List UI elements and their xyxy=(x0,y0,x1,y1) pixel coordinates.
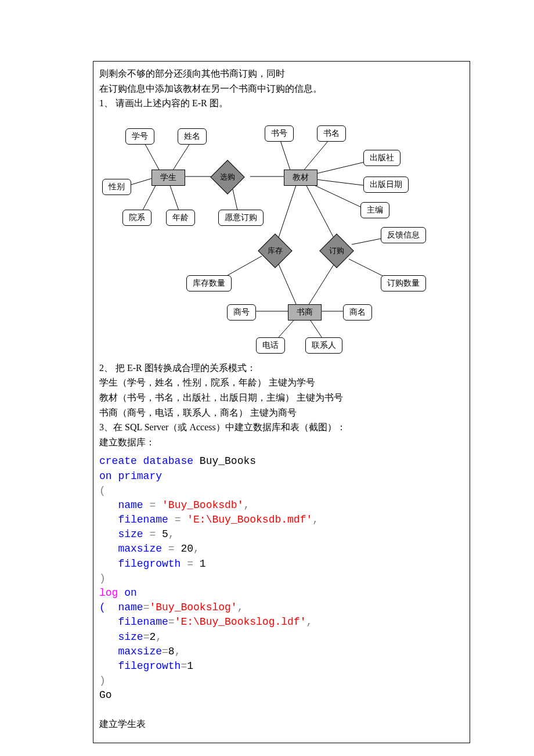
attr-supname: 商名 xyxy=(343,304,372,321)
q2-line-3: 书商（商号，电话，联系人，商名） 主键为商号 xyxy=(99,405,464,420)
question-2-title: 2、 把 E-R 图转换成合理的关系模式： xyxy=(99,361,464,376)
kw-maxsize-2: maxsize xyxy=(99,646,162,657)
kw-on: on xyxy=(99,470,112,482)
kw-filename-1: filename xyxy=(99,514,175,525)
attr-orderqty: 订购数量 xyxy=(381,275,426,291)
q3-subtitle: 建立数据库： xyxy=(99,435,464,450)
content-box: 则剩余不够的部分还须向其他书商订购，同时 在订购信息中添加该教材在另一个书商中订… xyxy=(93,61,470,743)
attr-sname: 姓名 xyxy=(178,128,207,145)
rel-order: 订购 xyxy=(324,239,349,263)
kw-size-1: size xyxy=(99,528,149,540)
entity-supplier: 书商 xyxy=(288,304,322,321)
intro-line-1: 则剩余不够的部分还须向其他书商订购，同时 xyxy=(99,66,464,81)
kw-go: Go xyxy=(99,689,112,701)
val-maxsize-2: 8 xyxy=(168,646,175,657)
attr-bid: 书号 xyxy=(265,125,294,142)
entity-student: 学生 xyxy=(151,170,185,186)
kw-log: log xyxy=(99,587,118,599)
q2-line-2: 教材（书号，书名，出版社，出版日期，主编） 主键为书号 xyxy=(99,390,464,405)
kw-maxsize-1: maxsize xyxy=(99,543,168,555)
svg-line-1 xyxy=(172,140,192,172)
attr-supid: 商号 xyxy=(227,304,256,321)
paren-open-1: ( xyxy=(99,485,106,496)
val-size-1: 5 xyxy=(156,528,168,540)
er-diagram: 学号 姓名 性别 院系 年龄 学生 选购 愿意订购 教材 书号 书名 出版社 出… xyxy=(99,114,459,358)
sql-code-block: create database Buy_Books on primary ( n… xyxy=(99,454,464,703)
kw-name-2: ( name xyxy=(99,602,143,613)
svg-line-9 xyxy=(302,137,331,172)
kw-filename-2: filename xyxy=(99,616,168,628)
val-filename-2: 'E:\Buy_Bookslog.ldf' xyxy=(175,616,306,628)
attr-tel: 电话 xyxy=(256,337,285,354)
kw-database: database xyxy=(137,455,193,467)
kw-create: create xyxy=(99,455,137,467)
val-filegrowth-2: 1 xyxy=(187,660,193,672)
attr-pubdate: 出版日期 xyxy=(363,177,409,193)
entity-textbook: 教材 xyxy=(284,170,317,186)
attr-sid: 学号 xyxy=(125,128,154,145)
kw-on-2: on xyxy=(118,587,136,599)
val-size-2: 2 xyxy=(149,631,156,643)
kw-size-2: size xyxy=(99,631,143,643)
attr-editor: 主编 xyxy=(360,202,389,218)
kw-filegrowth-2: filegrowth xyxy=(99,660,181,672)
svg-line-14 xyxy=(305,183,337,244)
attr-contact: 联系人 xyxy=(305,337,342,354)
kw-filegrowth-1: filegrowth xyxy=(99,558,187,570)
intro-line-2: 在订购信息中添加该教材在另一个书商中订购的信息。 xyxy=(99,81,464,96)
q3-footer: 建立学生表 xyxy=(99,717,464,732)
attr-willorder: 愿意订购 xyxy=(218,210,264,226)
question-3-title: 3、在 SQL Server（或 Access）中建立数据库和表（截图）： xyxy=(99,420,464,435)
kw-primary: primary xyxy=(112,470,162,482)
paren-close-1: ) xyxy=(99,573,106,584)
svg-line-15 xyxy=(276,259,297,305)
attr-stockqty: 库存数量 xyxy=(186,275,232,291)
q2-line-1: 学生（学号，姓名，性别，院系，年龄） 主键为学号 xyxy=(99,375,464,390)
rel-stock: 库存 xyxy=(263,239,287,263)
attr-press: 出版社 xyxy=(363,150,400,166)
paren-close-2: ) xyxy=(99,675,106,686)
svg-line-8 xyxy=(279,137,291,172)
attr-age: 年龄 xyxy=(166,210,195,226)
attr-dept: 院系 xyxy=(122,210,151,226)
page: 则剩余不够的部分还须向其他书商订购，同时 在订购信息中添加该教材在另一个书商中订… xyxy=(0,0,534,756)
svg-line-16 xyxy=(308,259,337,305)
question-1: 1、 请画出上述内容的 E-R 图。 xyxy=(99,96,464,111)
val-name-1: 'Buy_Booksdb' xyxy=(156,499,243,511)
val-maxsize-1: 20 xyxy=(175,543,193,555)
kw-name-1: name xyxy=(99,499,149,511)
attr-bname: 书名 xyxy=(317,125,346,142)
val-name-2: 'Buy_Bookslog' xyxy=(149,602,237,613)
attr-feedback: 反馈信息 xyxy=(381,227,426,243)
attr-gender: 性别 xyxy=(102,179,131,195)
val-filegrowth-1: 1 xyxy=(193,558,206,570)
svg-line-13 xyxy=(276,183,297,244)
val-filename-1: 'E:\Buy_Booksdb.mdf' xyxy=(181,514,312,525)
db-name: Buy_Books xyxy=(193,455,256,467)
rel-select: 选购 xyxy=(215,165,240,189)
svg-line-0 xyxy=(143,140,160,172)
